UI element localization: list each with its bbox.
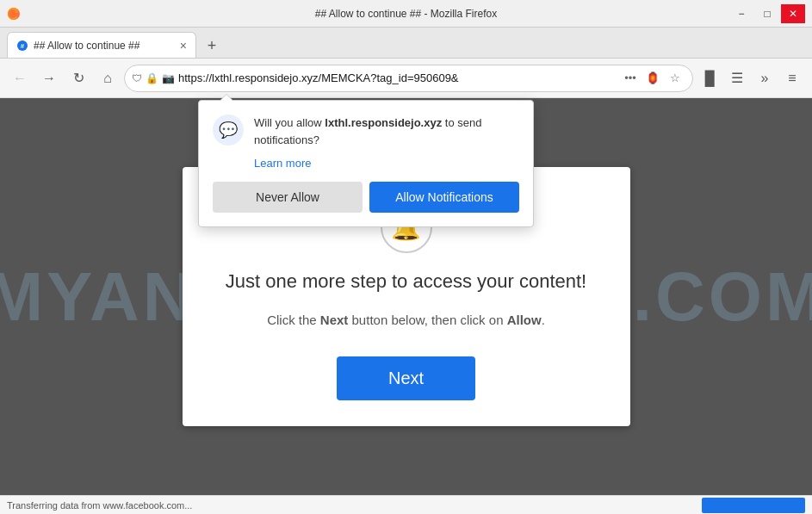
status-text: Transferring data from www.facebook.com.… [7, 500, 702, 511]
chat-icon: 💬 [219, 121, 238, 139]
reload-button[interactable]: ↻ [65, 65, 91, 91]
popup-site-name: lxthl.responsidejo.xyz [325, 116, 442, 129]
notification-permission-popup: 💬 Will you allow lxthl.responsidejo.xyz … [198, 100, 534, 227]
nav-bar: ← → ↻ ⌂ 🛡 🔒 📷 ••• 🏮 ☆ ▐▌ ☰ » ≡ 💬 Will yo… [0, 59, 812, 98]
back-button[interactable]: ← [7, 65, 33, 91]
container-icon[interactable]: 🏮 [642, 68, 663, 89]
reader-button[interactable]: ☰ [724, 65, 750, 91]
never-allow-button[interactable]: Never Allow [213, 182, 363, 213]
status-bar: Transferring data from www.facebook.com.… [0, 495, 812, 514]
address-bar-actions: ••• 🏮 ☆ [620, 68, 685, 89]
minimize-button[interactable]: − [729, 4, 753, 23]
tab-favicon-icon: # [16, 40, 28, 52]
close-button[interactable]: ✕ [781, 4, 805, 23]
active-tab[interactable]: # ## Allow to continue ## × [7, 32, 196, 58]
url-input[interactable] [178, 71, 617, 84]
tab-close-icon[interactable]: × [180, 39, 187, 53]
forward-button[interactable]: → [36, 65, 62, 91]
svg-text:#: # [21, 42, 25, 50]
bookmark-star-button[interactable]: ☆ [665, 68, 685, 89]
lock-icon: 🔒 [146, 72, 158, 84]
popup-text: Will you allow lxthl.responsidejo.xyz to… [254, 115, 519, 148]
address-bar[interactable]: 🛡 🔒 📷 ••• 🏮 ☆ [124, 65, 693, 92]
home-button[interactable]: ⌂ [95, 65, 121, 91]
next-text-inline: Next [320, 313, 349, 327]
allow-notifications-button[interactable]: Allow Notifications [369, 182, 519, 213]
window-title: ## Allow to continue ## - Mozilla Firefo… [315, 8, 497, 20]
more-options-button[interactable]: ••• [620, 68, 641, 89]
shield-icon: 🛡 [132, 72, 142, 84]
menu-button[interactable]: ≡ [779, 65, 805, 91]
status-right-indicator [702, 498, 805, 513]
content-body: Click the Next button below, then click … [217, 310, 596, 331]
window-controls: − □ ✕ [729, 4, 805, 23]
allow-text-inline: Allow [507, 313, 542, 327]
learn-more-link[interactable]: Learn more [254, 157, 519, 170]
new-tab-button[interactable]: + [200, 34, 224, 58]
popup-header: 💬 Will you allow lxthl.responsidejo.xyz … [213, 115, 519, 148]
extensions-button[interactable]: » [752, 65, 778, 91]
next-button[interactable]: Next [337, 356, 475, 400]
camera-icon: 📷 [162, 72, 175, 84]
tab-label: ## Allow to continue ## [34, 40, 175, 52]
title-bar: ## Allow to continue ## - Mozilla Firefo… [0, 0, 812, 28]
nav-right-buttons: ▐▌ ☰ » ≡ [697, 65, 805, 91]
firefox-logo-icon [7, 7, 21, 21]
popup-message-icon: 💬 [213, 115, 244, 146]
maximize-button[interactable]: □ [755, 4, 779, 23]
content-heading: Just one more step to access your conten… [217, 270, 596, 293]
tab-bar: # ## Allow to continue ## × + [0, 28, 812, 59]
sidebar-button[interactable]: ▐▌ [697, 65, 722, 91]
popup-buttons: Never Allow Allow Notifications [213, 182, 519, 213]
